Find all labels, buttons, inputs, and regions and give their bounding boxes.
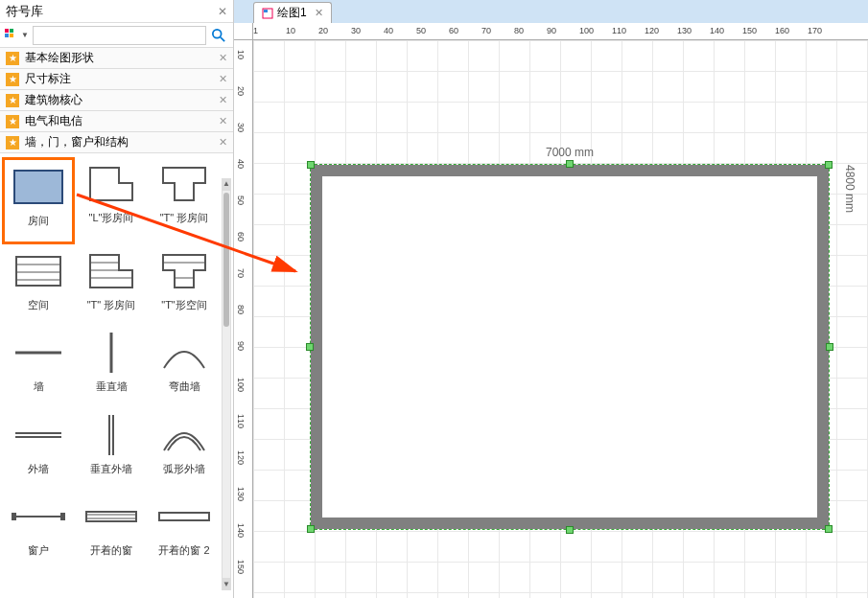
shape-thumb (9, 330, 68, 376)
resize-handle-bl[interactable] (307, 525, 315, 533)
category-row[interactable]: ★ 基本绘图形状 ✕ (0, 48, 233, 69)
resize-handle-r[interactable] (826, 343, 833, 351)
canvas[interactable]: 7000 mm 4800 mm (253, 40, 868, 598)
scrollbar[interactable]: ▲ ▼ (220, 178, 231, 590)
ruler-tick: 50 (236, 196, 246, 205)
shape-thumb (9, 494, 68, 540)
category-close-icon[interactable]: ✕ (219, 94, 227, 106)
panel-title: 符号库 (6, 3, 43, 20)
ruler-tick: 80 (236, 305, 246, 314)
shape-vwall[interactable]: 垂直墙 (75, 326, 148, 407)
ruler-tick: 20 (318, 26, 328, 35)
room-shape[interactable] (311, 165, 829, 529)
scroll-thumb[interactable] (223, 193, 229, 327)
tab-close-icon[interactable]: ✕ (315, 7, 323, 19)
scroll-track[interactable] (222, 190, 231, 579)
ruler-tick: 70 (481, 26, 491, 35)
ruler-tick: 130 (677, 26, 692, 35)
shape-thumb (9, 164, 68, 210)
scroll-up-icon[interactable]: ▲ (222, 178, 231, 190)
tab-drawing1[interactable]: 绘图1 ✕ (253, 2, 332, 23)
shape-arc2[interactable]: 弧形外墙 (148, 408, 221, 490)
shape-thumb (9, 248, 68, 294)
shape-window[interactable]: 窗户 (2, 490, 75, 571)
shape-tspace2[interactable]: "T"形空间 (148, 244, 221, 326)
shape-troom[interactable]: "T" 形房间 (148, 157, 221, 244)
shape-thumb (82, 330, 141, 376)
folder-icon: ★ (6, 136, 19, 150)
search-icon[interactable] (208, 25, 229, 46)
category-row[interactable]: ★ 建筑物核心 ✕ (0, 90, 233, 111)
svg-rect-24 (60, 513, 65, 520)
category-row[interactable]: ★ 尺寸标注 ✕ (0, 69, 233, 90)
category-close-icon[interactable]: ✕ (219, 115, 227, 127)
ruler-tick: 140 (710, 26, 724, 35)
svg-rect-1 (10, 29, 13, 33)
library-icon[interactable] (4, 28, 19, 43)
dimension-width: 7000 mm (311, 146, 829, 159)
ruler-tick: 60 (236, 232, 246, 242)
ruler-vertical[interactable]: 102030405060708090100110120130140150 (234, 40, 253, 598)
shape-arc1[interactable]: 弯曲墙 (148, 326, 221, 407)
shape-hspace[interactable]: 空间 (2, 244, 75, 326)
ruler-tick: 120 (236, 450, 246, 465)
resize-handle-tl[interactable] (307, 161, 315, 169)
panel-header: 符号库 ✕ (0, 0, 233, 23)
svg-rect-28 (159, 513, 209, 520)
category-label: 电气和电信 (25, 113, 219, 129)
ruler-tick: 110 (612, 26, 626, 35)
close-icon[interactable]: ✕ (218, 5, 227, 18)
selection-border (310, 164, 830, 530)
shape-owindow[interactable]: 开着的窗 (75, 490, 148, 571)
shape-owindow2[interactable]: 开着的窗 2 (148, 490, 221, 571)
ruler-tick: 70 (236, 268, 246, 278)
category-row[interactable]: ★ 电气和电信 ✕ (0, 111, 233, 132)
category-close-icon[interactable]: ✕ (219, 136, 227, 149)
shape-thumb (82, 161, 141, 207)
shape-tspace[interactable]: "T" 形房间 (75, 244, 148, 326)
shape-thumb (82, 412, 141, 458)
shape-thumb (154, 494, 214, 540)
tab-label: 绘图1 (277, 5, 307, 21)
scroll-down-icon[interactable]: ▼ (222, 579, 231, 590)
category-close-icon[interactable]: ✕ (219, 52, 227, 64)
category-row[interactable]: ★ 墙，门，窗户和结构 ✕ (0, 132, 233, 153)
resize-handle-tr[interactable] (825, 161, 833, 169)
ruler-tick: 100 (579, 26, 594, 35)
resize-handle-l[interactable] (306, 343, 314, 351)
category-close-icon[interactable]: ✕ (219, 73, 227, 85)
ruler-tick: 60 (449, 26, 458, 35)
ruler-horizontal[interactable]: 1102030405060708090100110120130140150160… (253, 23, 868, 40)
category-label: 尺寸标注 (25, 71, 219, 87)
shape-vwall2[interactable]: 垂直外墙 (75, 408, 148, 490)
ruler-tick: 20 (236, 86, 246, 96)
shape-label: 墙 (34, 380, 44, 394)
resize-handle-t[interactable] (566, 160, 574, 168)
category-label: 基本绘图形状 (25, 50, 219, 66)
shape-label: 空间 (28, 298, 49, 312)
category-label: 建筑物核心 (25, 92, 219, 108)
svg-rect-6 (14, 171, 62, 203)
svg-rect-7 (16, 257, 60, 286)
shape-thumb (154, 330, 214, 376)
shape-thumb (154, 161, 214, 207)
ruler-tick: 50 (416, 26, 426, 35)
shape-thumb (82, 248, 141, 294)
shape-lroom[interactable]: "L"形房间 (75, 157, 148, 244)
ruler-tick: 90 (236, 341, 246, 351)
ruler-tick: 40 (384, 26, 393, 35)
shape-label: 垂直外墙 (90, 462, 132, 476)
shape-hwall2[interactable]: 外墙 (2, 408, 75, 490)
dimension-height: 4800 mm (843, 165, 856, 529)
shape-hwall[interactable]: 墙 (2, 326, 75, 407)
ruler-tick: 10 (236, 50, 246, 59)
resize-handle-b[interactable] (566, 526, 574, 534)
search-input[interactable] (33, 26, 206, 45)
resize-handle-br[interactable] (825, 525, 833, 533)
ruler-tick: 140 (236, 523, 246, 538)
shape-rect[interactable]: 房间 (2, 157, 75, 244)
dropdown-icon[interactable]: ▼ (21, 31, 29, 39)
svg-rect-0 (5, 29, 9, 33)
shape-label: 弧形外墙 (163, 462, 205, 476)
document-icon (262, 8, 273, 19)
